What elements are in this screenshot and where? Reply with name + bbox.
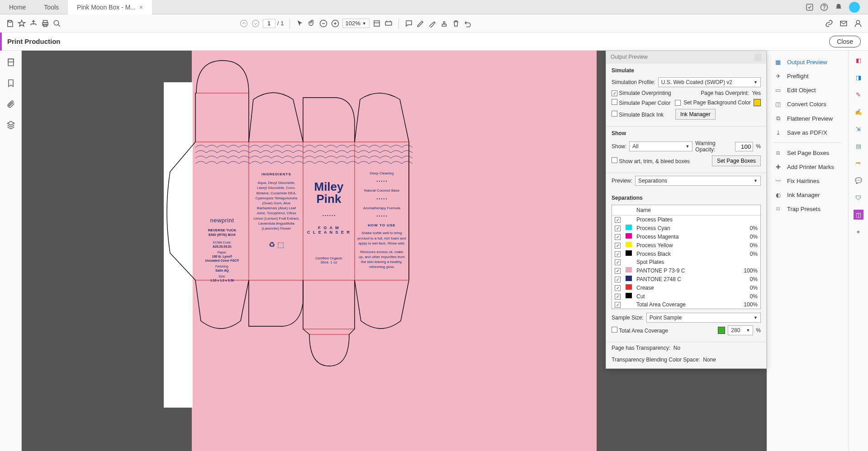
combine-icon[interactable]: ◨ xyxy=(854,72,863,82)
save-icon[interactable] xyxy=(5,19,14,28)
brand-label: newprint xyxy=(195,217,249,225)
page-up-icon[interactable] xyxy=(239,19,248,28)
highlight-icon[interactable] xyxy=(416,19,425,28)
layers-icon[interactable] xyxy=(5,119,16,130)
sign-icon[interactable]: ✍ xyxy=(854,107,863,117)
tab-tools[interactable]: Tools xyxy=(35,0,68,14)
svg-rect-12 xyxy=(374,21,379,26)
bookmark-icon[interactable] xyxy=(5,78,16,89)
create-pdf-icon[interactable]: ◧ xyxy=(854,55,863,65)
zoom-out-icon[interactable] xyxy=(319,19,328,28)
separations-heading: Separations xyxy=(612,195,761,201)
separation-checkbox[interactable] xyxy=(615,217,621,223)
separation-row: Crease0% xyxy=(612,283,760,292)
send-icon[interactable]: ⮕ xyxy=(854,158,863,168)
page-down-icon[interactable] xyxy=(251,19,260,28)
export-pdf-icon[interactable]: ⇲ xyxy=(854,124,863,134)
close-icon[interactable]: × xyxy=(139,4,143,11)
show-select[interactable]: All▼ xyxy=(629,141,693,151)
mail-icon[interactable] xyxy=(839,19,848,28)
simulation-profile-select[interactable]: U.S. Web Coated (SWOP) v2▼ xyxy=(658,77,761,87)
help-icon[interactable] xyxy=(820,3,828,11)
separation-checkbox[interactable] xyxy=(615,294,621,300)
art-trim-checkbox[interactable] xyxy=(612,157,617,163)
fit-width-icon[interactable] xyxy=(372,19,381,28)
fit-page-icon[interactable] xyxy=(384,19,393,28)
close-button[interactable]: Close xyxy=(829,36,861,47)
tool-convert-colors[interactable]: ◫Convert Colors xyxy=(767,97,848,111)
link-icon[interactable] xyxy=(825,19,834,28)
undo-icon[interactable] xyxy=(463,19,472,28)
profile-icon[interactable] xyxy=(854,19,863,28)
tool-preflight[interactable]: ✈Preflight xyxy=(767,69,848,83)
tac-checkbox[interactable] xyxy=(612,327,617,333)
tool-save-pdfx[interactable]: ⤓Save as PDF/X xyxy=(767,126,848,140)
sign-pen-icon[interactable] xyxy=(428,19,437,28)
svg-point-8 xyxy=(240,20,247,27)
separation-checkbox[interactable] xyxy=(615,226,621,231)
separation-checkbox[interactable] xyxy=(615,243,621,249)
svg-point-16 xyxy=(856,20,860,24)
separation-checkbox[interactable] xyxy=(615,251,621,257)
separation-checkbox[interactable] xyxy=(615,259,621,265)
zoom-select[interactable]: 102%▼ xyxy=(342,19,370,28)
tool-trap-presets[interactable]: ⌑Trap Presets xyxy=(767,202,848,216)
upload-icon[interactable] xyxy=(29,19,38,28)
separation-checkbox[interactable] xyxy=(615,234,621,240)
page-input[interactable] xyxy=(263,19,275,28)
tab-home[interactable]: Home xyxy=(0,0,35,14)
star-icon[interactable] xyxy=(17,19,26,28)
overprint-checkbox[interactable] xyxy=(612,90,617,96)
tool-printer-marks[interactable]: ✚Add Printer Marks xyxy=(767,160,848,174)
more-tools-icon[interactable]: ✦ xyxy=(854,227,863,237)
comment-icon[interactable] xyxy=(404,19,413,28)
share-icon[interactable] xyxy=(806,3,814,11)
tool-output-preview[interactable]: ▦Output Preview xyxy=(767,55,848,69)
far-right-rail: ◧ ◨ ✎ ✍ ⇲ ▤ ⮕ 💬 🛡 ◫ ✦ xyxy=(848,51,868,451)
tool-fix-hairlines[interactable]: 〰Fix Hairlines xyxy=(767,174,848,188)
bg-color-checkbox[interactable] xyxy=(675,100,681,106)
preview-select[interactable]: Separations▼ xyxy=(635,176,761,186)
hand-icon[interactable] xyxy=(307,19,316,28)
trash-icon[interactable] xyxy=(451,19,460,28)
comment-tool-icon[interactable]: 💬 xyxy=(854,175,863,185)
bg-color-swatch[interactable] xyxy=(754,99,761,106)
edit-pdf-icon[interactable]: ✎ xyxy=(854,89,863,99)
organize-icon[interactable]: ▤ xyxy=(854,141,863,151)
black-ink-checkbox[interactable] xyxy=(612,111,617,117)
attachment-icon[interactable] xyxy=(5,99,16,109)
print-icon[interactable] xyxy=(41,19,50,28)
tool-edit-object[interactable]: ▭Edit Object xyxy=(767,83,848,97)
tab-document[interactable]: Pink Moon Box - M... × xyxy=(68,0,152,14)
separation-checkbox[interactable] xyxy=(615,285,621,291)
box-dieline: newprint REVERSE TUCK END (RTE) BOX ECMA… xyxy=(165,54,617,411)
paper-color-checkbox[interactable] xyxy=(612,99,617,105)
tac-value-select[interactable]: 280▼ xyxy=(728,325,753,335)
svg-point-7 xyxy=(54,20,59,25)
zoom-in-icon[interactable] xyxy=(331,19,340,28)
separation-checkbox[interactable] xyxy=(615,302,621,308)
separation-checkbox[interactable] xyxy=(615,268,621,274)
tool-flattener[interactable]: ⧉Flattener Preview xyxy=(767,111,848,126)
output-preview-panel: Output Preview Simulate Simulation Profi… xyxy=(606,51,767,369)
separations-table: Name Process PlatesProcess Cyan0%Process… xyxy=(612,205,761,309)
ink-manager-button[interactable]: Ink Manager xyxy=(675,109,716,120)
protect-icon[interactable]: 🛡 xyxy=(854,193,863,202)
separation-checkbox[interactable] xyxy=(615,277,621,282)
warning-opacity-input[interactable] xyxy=(735,142,753,151)
stamp-icon[interactable] xyxy=(440,19,449,28)
avatar[interactable] xyxy=(849,2,860,13)
panel-close-icon[interactable] xyxy=(754,54,762,61)
thumbnails-icon[interactable] xyxy=(5,57,16,68)
tool-set-page-boxes[interactable]: ⧈Set Page Boxes xyxy=(767,146,848,160)
set-page-boxes-button[interactable]: Set Page Boxes xyxy=(712,155,761,166)
svg-rect-3 xyxy=(9,20,11,22)
separation-row: Spot Plates xyxy=(612,258,760,266)
pointer-icon[interactable] xyxy=(295,19,304,28)
search-icon[interactable] xyxy=(52,19,62,28)
tool-ink-manager[interactable]: ◐Ink Manager xyxy=(767,188,848,202)
simulate-heading: Simulate xyxy=(612,67,761,74)
sample-size-select[interactable]: Point Sample▼ xyxy=(646,313,761,323)
bell-icon[interactable] xyxy=(835,3,843,11)
print-production-icon[interactable]: ◫ xyxy=(854,210,863,220)
